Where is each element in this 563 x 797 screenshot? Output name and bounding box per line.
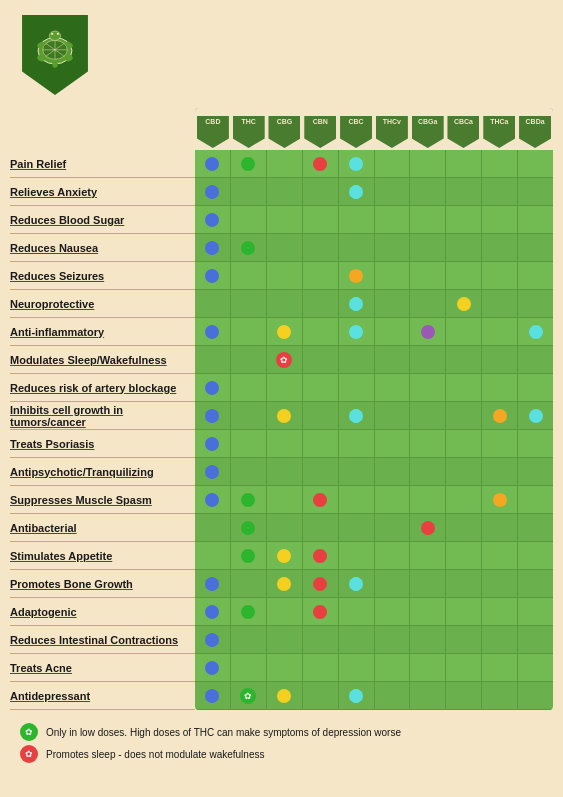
- grid-cell-4-1: [231, 262, 267, 289]
- grid-cell-13-5: [375, 514, 411, 541]
- grid-cell-13-7: [446, 514, 482, 541]
- grid-cell-9-1: [231, 402, 267, 429]
- row-label-1: Relieves Anxiety: [10, 178, 195, 206]
- grid-cell-18-5: [375, 654, 411, 681]
- grid-cell-4-5: [375, 262, 411, 289]
- grid-cell-18-7: [446, 654, 482, 681]
- grid-cell-1-0: [195, 178, 231, 205]
- grid-row-6: [195, 318, 553, 346]
- grid-cell-1-7: [446, 178, 482, 205]
- grid-cell-8-2: [267, 374, 303, 401]
- grid-cell-17-7: [446, 626, 482, 653]
- grid-cell-3-3: [303, 234, 339, 261]
- grid-cell-9-0: [195, 402, 231, 429]
- row-label-2: Reduces Blood Sugar: [10, 206, 195, 234]
- grid-cell-2-7: [446, 206, 482, 233]
- col-header-thcv: THCv: [374, 108, 410, 150]
- grid-cell-6-1: [231, 318, 267, 345]
- grid-cell-11-1: [231, 458, 267, 485]
- grid-cell-7-1: [231, 346, 267, 373]
- grid-cell-15-0: [195, 570, 231, 597]
- grid-cell-15-7: [446, 570, 482, 597]
- grid-cell-5-4: [339, 290, 375, 317]
- grid-cell-5-3: [303, 290, 339, 317]
- grid-cell-18-2: [267, 654, 303, 681]
- grid-cell-17-2: [267, 626, 303, 653]
- grid-cell-18-0: [195, 654, 231, 681]
- grid-cell-15-3: [303, 570, 339, 597]
- grid-cell-11-3: [303, 458, 339, 485]
- grid-cell-0-7: [446, 150, 482, 177]
- grid-cell-13-8: [482, 514, 518, 541]
- grid-cell-14-3: [303, 542, 339, 569]
- grid-cell-0-0: [195, 150, 231, 177]
- grid-cell-14-6: [410, 542, 446, 569]
- grid-cell-6-9: [518, 318, 553, 345]
- grid-cell-6-5: [375, 318, 411, 345]
- grid-cell-6-8: [482, 318, 518, 345]
- grid-cell-8-4: [339, 374, 375, 401]
- grid-cell-14-1: [231, 542, 267, 569]
- grid-cell-0-3: [303, 150, 339, 177]
- grid-cell-19-2: [267, 682, 303, 709]
- grid-cell-5-0: [195, 290, 231, 317]
- grid-cell-16-9: [518, 598, 553, 625]
- grid-cell-14-0: [195, 542, 231, 569]
- grid-row-11: [195, 458, 553, 486]
- grid-cell-16-0: [195, 598, 231, 625]
- grid-cell-7-3: [303, 346, 339, 373]
- grid-cell-12-3: [303, 486, 339, 513]
- grid-cell-3-1: [231, 234, 267, 261]
- grid-cell-5-1: [231, 290, 267, 317]
- grid-cell-6-0: [195, 318, 231, 345]
- grid-cell-7-2: ✿: [267, 346, 303, 373]
- grid-cell-19-7: [446, 682, 482, 709]
- grid-cell-18-1: [231, 654, 267, 681]
- grid-cell-5-5: [375, 290, 411, 317]
- grid-cell-7-9: [518, 346, 553, 373]
- grid-cell-9-5: [375, 402, 411, 429]
- footer-text-1: Promotes sleep - does not modulate wakef…: [46, 749, 264, 760]
- benefits-table: Pain ReliefRelieves AnxietyReduces Blood…: [10, 108, 553, 710]
- grid-cell-18-8: [482, 654, 518, 681]
- grid-cell-16-6: [410, 598, 446, 625]
- grid-cell-14-2: [267, 542, 303, 569]
- grid-cell-14-9: [518, 542, 553, 569]
- grid-cell-2-5: [375, 206, 411, 233]
- svg-point-9: [57, 33, 59, 35]
- footer-item-1: ✿Promotes sleep - does not modulate wake…: [20, 745, 543, 763]
- grid-cell-1-1: [231, 178, 267, 205]
- grid-cell-15-6: [410, 570, 446, 597]
- grid-cell-11-0: [195, 458, 231, 485]
- svg-point-7: [49, 31, 60, 40]
- grid-cell-4-9: [518, 262, 553, 289]
- grid-cell-8-6: [410, 374, 446, 401]
- grid-row-7: ✿: [195, 346, 553, 374]
- grid-cell-12-2: [267, 486, 303, 513]
- grid-cell-8-8: [482, 374, 518, 401]
- grid-cell-17-3: [303, 626, 339, 653]
- grid-cell-10-3: [303, 430, 339, 457]
- grid-cell-13-0: [195, 514, 231, 541]
- grid-cell-13-4: [339, 514, 375, 541]
- row-label-0: Pain Relief: [10, 150, 195, 178]
- grid-row-4: [195, 262, 553, 290]
- grid-cell-1-6: [410, 178, 446, 205]
- grid-cell-11-7: [446, 458, 482, 485]
- grid-cell-19-6: [410, 682, 446, 709]
- grid-cell-13-2: [267, 514, 303, 541]
- grid-cell-0-9: [518, 150, 553, 177]
- grid-cell-5-8: [482, 290, 518, 317]
- grid-cell-15-4: [339, 570, 375, 597]
- grid-cell-9-7: [446, 402, 482, 429]
- row-label-10: Treats Psoriasis: [10, 430, 195, 458]
- grid-cell-11-2: [267, 458, 303, 485]
- grid-cell-18-4: [339, 654, 375, 681]
- row-label-3: Reduces Nausea: [10, 234, 195, 262]
- grid-row-19: ✿: [195, 682, 553, 710]
- row-label-19: Antidepressant: [10, 682, 195, 710]
- grid-cell-2-0: [195, 206, 231, 233]
- grid-cell-9-6: [410, 402, 446, 429]
- grid-cell-7-5: [375, 346, 411, 373]
- col-header-cbn: CBN: [302, 108, 338, 150]
